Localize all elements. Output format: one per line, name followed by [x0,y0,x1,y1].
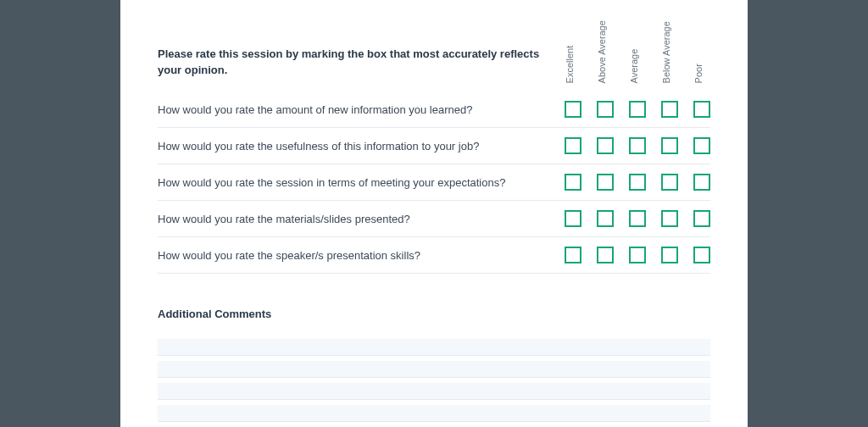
rating-checkbox[interactable] [629,174,646,191]
comment-line[interactable] [158,339,710,356]
rating-checkbox[interactable] [693,174,710,191]
rating-row: How would you rate the usefulness of thi… [158,128,710,164]
survey-page: Please rate this session by marking the … [120,0,748,427]
question-text: How would you rate the speaker/s present… [158,249,565,262]
rating-checkbox[interactable] [597,137,614,154]
rating-checkbox[interactable] [693,101,710,118]
rating-row: How would you rate the materials/slides … [158,201,710,237]
comments-title: Additional Comments [158,308,710,320]
rating-boxes [565,137,710,154]
rating-scale-labels: ExcellentAbove AverageAverageBelow Avera… [565,20,710,83]
comments-area[interactable] [158,339,710,427]
question-text: How would you rate the materials/slides … [158,213,565,225]
scale-label: Above Average [597,20,614,83]
rating-checkbox[interactable] [597,101,614,118]
rating-checkbox[interactable] [565,210,581,227]
rating-checkbox[interactable] [661,247,678,263]
scale-label: Below Average [661,20,678,83]
rating-checkbox[interactable] [661,210,678,227]
rating-checkbox[interactable] [597,174,614,191]
comment-line[interactable] [158,383,710,400]
rating-checkbox[interactable] [565,137,581,154]
rating-row: How would you rate the speaker/s present… [158,237,710,274]
rating-checkbox[interactable] [597,210,614,227]
rating-boxes [565,174,710,191]
rating-row: How would you rate the amount of new inf… [158,92,710,128]
scale-label: Excellent [565,20,581,83]
scale-label: Poor [693,20,710,83]
question-text: How would you rate the usefulness of thi… [158,140,565,152]
rating-row: How would you rate the session in terms … [158,164,710,201]
rating-checkbox[interactable] [629,247,646,263]
rating-checkbox[interactable] [565,247,581,263]
comment-line[interactable] [158,405,710,422]
rating-checkbox[interactable] [661,137,678,154]
rating-checkbox[interactable] [565,101,581,118]
comment-line[interactable] [158,361,710,378]
rating-boxes [565,247,710,263]
rating-checkbox[interactable] [693,247,710,263]
scale-label: Average [629,20,646,83]
rating-instruction: Please rate this session by marking the … [158,47,565,84]
rating-boxes [565,210,710,227]
rating-checkbox[interactable] [693,137,710,154]
rating-checkbox[interactable] [661,174,678,191]
rating-checkbox[interactable] [693,210,710,227]
rating-checkbox[interactable] [661,101,678,118]
rating-checkbox[interactable] [565,174,581,191]
rating-rows: How would you rate the amount of new inf… [158,92,710,274]
rating-checkbox[interactable] [629,101,646,118]
rating-checkbox[interactable] [629,137,646,154]
rating-checkbox[interactable] [597,247,614,263]
rating-checkbox[interactable] [629,210,646,227]
question-text: How would you rate the session in terms … [158,176,565,189]
question-text: How would you rate the amount of new inf… [158,103,565,116]
rating-header: Please rate this session by marking the … [158,20,710,83]
rating-boxes [565,101,710,118]
